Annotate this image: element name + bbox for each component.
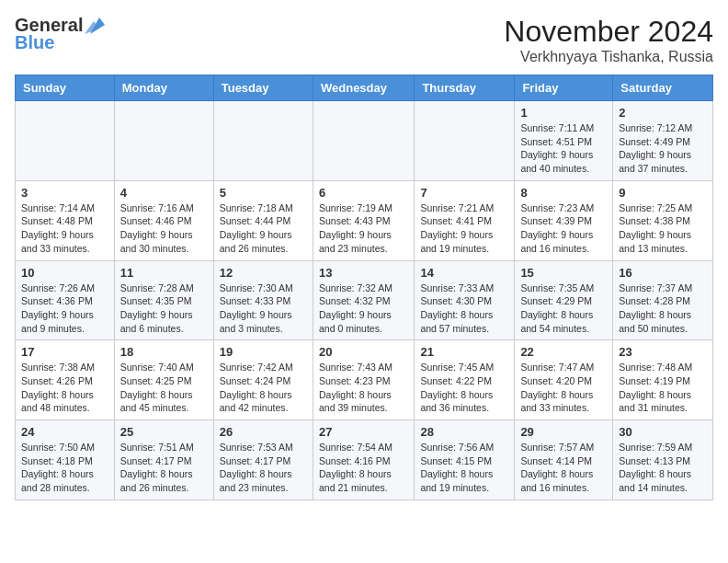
day-info: Sunrise: 7:45 AM Sunset: 4:22 PM Dayligh… <box>420 361 508 415</box>
day-header-saturday: Saturday <box>613 75 713 101</box>
logo-blue-text: Blue <box>15 32 54 53</box>
day-number: 26 <box>220 425 307 439</box>
week-row-4: 17Sunrise: 7:38 AM Sunset: 4:26 PM Dayli… <box>16 340 713 420</box>
day-number: 1 <box>520 106 607 120</box>
day-cell: 22Sunrise: 7:47 AM Sunset: 4:20 PM Dayli… <box>515 340 613 420</box>
day-number: 17 <box>21 345 108 359</box>
day-cell: 14Sunrise: 7:33 AM Sunset: 4:30 PM Dayli… <box>415 260 515 340</box>
week-row-5: 24Sunrise: 7:50 AM Sunset: 4:18 PM Dayli… <box>16 420 713 500</box>
day-number: 23 <box>619 345 707 359</box>
day-cell: 29Sunrise: 7:57 AM Sunset: 4:14 PM Dayli… <box>515 420 613 500</box>
day-cell: 26Sunrise: 7:53 AM Sunset: 4:17 PM Dayli… <box>213 420 313 500</box>
day-cell <box>16 101 115 181</box>
day-cell: 12Sunrise: 7:30 AM Sunset: 4:33 PM Dayli… <box>213 260 313 340</box>
day-info: Sunrise: 7:50 AM Sunset: 4:18 PM Dayligh… <box>21 441 108 495</box>
day-info: Sunrise: 7:47 AM Sunset: 4:20 PM Dayligh… <box>520 361 607 415</box>
day-cell: 21Sunrise: 7:45 AM Sunset: 4:22 PM Dayli… <box>415 340 515 420</box>
day-info: Sunrise: 7:18 AM Sunset: 4:44 PM Dayligh… <box>220 201 307 256</box>
days-header-row: SundayMondayTuesdayWednesdayThursdayFrid… <box>16 75 713 101</box>
day-info: Sunrise: 7:54 AM Sunset: 4:16 PM Dayligh… <box>319 441 408 495</box>
week-row-3: 10Sunrise: 7:26 AM Sunset: 4:36 PM Dayli… <box>16 260 713 340</box>
day-cell <box>415 101 515 181</box>
day-number: 4 <box>120 186 208 200</box>
day-cell: 5Sunrise: 7:18 AM Sunset: 4:44 PM Daylig… <box>213 180 313 260</box>
day-cell: 1Sunrise: 7:11 AM Sunset: 4:51 PM Daylig… <box>515 101 613 181</box>
day-number: 9 <box>619 186 707 200</box>
day-number: 29 <box>520 425 607 439</box>
day-number: 12 <box>220 266 307 280</box>
day-info: Sunrise: 7:12 AM Sunset: 4:49 PM Dayligh… <box>619 121 707 176</box>
day-number: 13 <box>319 266 408 280</box>
day-number: 2 <box>619 106 707 120</box>
day-info: Sunrise: 7:32 AM Sunset: 4:32 PM Dayligh… <box>319 282 408 336</box>
day-cell: 16Sunrise: 7:37 AM Sunset: 4:28 PM Dayli… <box>613 260 713 340</box>
day-cell: 30Sunrise: 7:59 AM Sunset: 4:13 PM Dayli… <box>613 420 713 500</box>
day-info: Sunrise: 7:57 AM Sunset: 4:14 PM Dayligh… <box>520 441 607 495</box>
day-number: 28 <box>420 425 508 439</box>
day-header-wednesday: Wednesday <box>313 75 414 101</box>
day-info: Sunrise: 7:23 AM Sunset: 4:39 PM Dayligh… <box>520 201 607 256</box>
day-number: 22 <box>520 345 607 359</box>
day-number: 14 <box>420 266 508 280</box>
day-number: 15 <box>520 266 607 280</box>
day-info: Sunrise: 7:42 AM Sunset: 4:24 PM Dayligh… <box>220 361 307 415</box>
day-cell: 25Sunrise: 7:51 AM Sunset: 4:17 PM Dayli… <box>114 420 213 500</box>
day-cell: 3Sunrise: 7:14 AM Sunset: 4:48 PM Daylig… <box>16 180 115 260</box>
calendar-table: SundayMondayTuesdayWednesdayThursdayFrid… <box>15 75 713 500</box>
day-info: Sunrise: 7:33 AM Sunset: 4:30 PM Dayligh… <box>420 282 508 336</box>
day-cell: 20Sunrise: 7:43 AM Sunset: 4:23 PM Dayli… <box>313 340 414 420</box>
day-number: 7 <box>420 186 508 200</box>
day-cell: 7Sunrise: 7:21 AM Sunset: 4:41 PM Daylig… <box>415 180 515 260</box>
day-info: Sunrise: 7:59 AM Sunset: 4:13 PM Dayligh… <box>619 441 707 495</box>
day-cell: 18Sunrise: 7:40 AM Sunset: 4:25 PM Dayli… <box>114 340 213 420</box>
day-info: Sunrise: 7:37 AM Sunset: 4:28 PM Dayligh… <box>619 282 707 336</box>
day-cell: 9Sunrise: 7:25 AM Sunset: 4:38 PM Daylig… <box>613 180 713 260</box>
day-header-tuesday: Tuesday <box>213 75 313 101</box>
day-cell <box>114 101 213 181</box>
day-number: 3 <box>21 186 108 200</box>
day-info: Sunrise: 7:51 AM Sunset: 4:17 PM Dayligh… <box>120 441 208 495</box>
location-title: Verkhnyaya Tishanka, Russia <box>504 49 713 65</box>
day-header-friday: Friday <box>515 75 613 101</box>
day-info: Sunrise: 7:25 AM Sunset: 4:38 PM Dayligh… <box>619 201 707 256</box>
day-info: Sunrise: 7:28 AM Sunset: 4:35 PM Dayligh… <box>120 282 208 336</box>
day-number: 25 <box>120 425 208 439</box>
day-info: Sunrise: 7:26 AM Sunset: 4:36 PM Dayligh… <box>21 282 108 336</box>
day-number: 30 <box>619 425 707 439</box>
day-info: Sunrise: 7:21 AM Sunset: 4:41 PM Dayligh… <box>420 201 508 256</box>
day-header-monday: Monday <box>114 75 213 101</box>
day-number: 19 <box>220 345 307 359</box>
day-cell <box>313 101 414 181</box>
day-cell: 19Sunrise: 7:42 AM Sunset: 4:24 PM Dayli… <box>213 340 313 420</box>
day-cell: 2Sunrise: 7:12 AM Sunset: 4:49 PM Daylig… <box>613 101 713 181</box>
day-cell: 23Sunrise: 7:48 AM Sunset: 4:19 PM Dayli… <box>613 340 713 420</box>
day-info: Sunrise: 7:48 AM Sunset: 4:19 PM Dayligh… <box>619 361 707 415</box>
day-cell: 10Sunrise: 7:26 AM Sunset: 4:36 PM Dayli… <box>16 260 115 340</box>
day-number: 24 <box>21 425 108 439</box>
day-info: Sunrise: 7:16 AM Sunset: 4:46 PM Dayligh… <box>120 201 208 256</box>
day-cell: 6Sunrise: 7:19 AM Sunset: 4:43 PM Daylig… <box>313 180 414 260</box>
day-cell: 27Sunrise: 7:54 AM Sunset: 4:16 PM Dayli… <box>313 420 414 500</box>
week-row-1: 1Sunrise: 7:11 AM Sunset: 4:51 PM Daylig… <box>16 101 713 181</box>
day-number: 18 <box>120 345 208 359</box>
day-cell: 15Sunrise: 7:35 AM Sunset: 4:29 PM Dayli… <box>515 260 613 340</box>
week-row-2: 3Sunrise: 7:14 AM Sunset: 4:48 PM Daylig… <box>16 180 713 260</box>
day-cell: 24Sunrise: 7:50 AM Sunset: 4:18 PM Dayli… <box>16 420 115 500</box>
day-info: Sunrise: 7:53 AM Sunset: 4:17 PM Dayligh… <box>220 441 307 495</box>
day-number: 27 <box>319 425 408 439</box>
day-cell: 11Sunrise: 7:28 AM Sunset: 4:35 PM Dayli… <box>114 260 213 340</box>
header: General Blue November 2024 Verkhnyaya Ti… <box>15 15 713 65</box>
day-info: Sunrise: 7:40 AM Sunset: 4:25 PM Dayligh… <box>120 361 208 415</box>
day-number: 10 <box>21 266 108 280</box>
month-title: November 2024 <box>504 15 713 49</box>
day-cell: 13Sunrise: 7:32 AM Sunset: 4:32 PM Dayli… <box>313 260 414 340</box>
day-number: 16 <box>619 266 707 280</box>
day-number: 11 <box>120 266 208 280</box>
day-cell: 17Sunrise: 7:38 AM Sunset: 4:26 PM Dayli… <box>16 340 115 420</box>
day-info: Sunrise: 7:19 AM Sunset: 4:43 PM Dayligh… <box>319 201 408 256</box>
day-info: Sunrise: 7:43 AM Sunset: 4:23 PM Dayligh… <box>319 361 408 415</box>
day-cell <box>213 101 313 181</box>
day-info: Sunrise: 7:38 AM Sunset: 4:26 PM Dayligh… <box>21 361 108 415</box>
day-cell: 8Sunrise: 7:23 AM Sunset: 4:39 PM Daylig… <box>515 180 613 260</box>
day-number: 20 <box>319 345 408 359</box>
